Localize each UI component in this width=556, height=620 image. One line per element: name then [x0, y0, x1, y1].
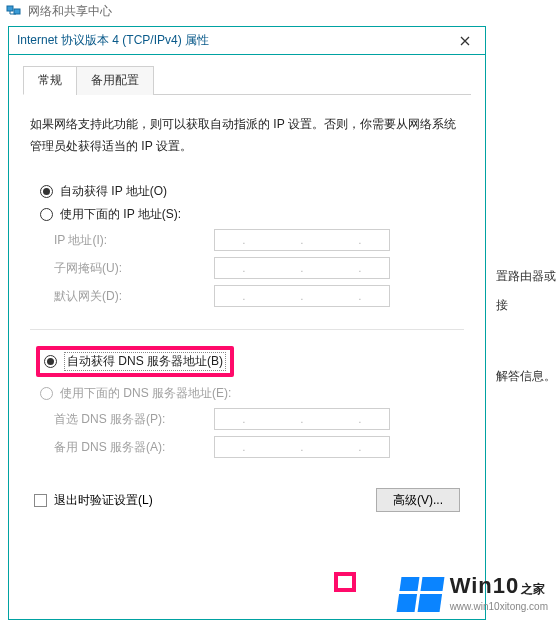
brand-url: www.win10xitong.com	[450, 601, 548, 612]
bottom-row: 退出时验证设置(L) 高级(V)...	[30, 488, 464, 512]
checkbox-icon	[34, 494, 47, 507]
svg-rect-1	[14, 9, 20, 14]
radio-icon	[40, 387, 53, 400]
radio-ip-auto-label: 自动获得 IP 地址(O)	[60, 183, 167, 200]
highlight-auto-dns: 自动获得 DNS 服务器地址(B)	[36, 346, 234, 377]
radio-dns-auto-label: 自动获得 DNS 服务器地址(B)	[64, 352, 226, 371]
pref-dns-row: 首选 DNS 服务器(P): ...	[54, 408, 460, 430]
network-center-icon	[6, 3, 22, 19]
group-divider	[30, 329, 464, 330]
radio-ip-manual[interactable]: 使用下面的 IP 地址(S):	[34, 206, 460, 223]
windows-logo-icon	[396, 577, 444, 612]
tab-alternate[interactable]: 备用配置	[76, 66, 154, 95]
ipv4-properties-dialog: Internet 协议版本 4 (TCP/IPv4) 属性 常规 备用配置 如果…	[8, 26, 486, 620]
gateway-row: 默认网关(D): ...	[54, 285, 460, 307]
radio-dns-manual[interactable]: 使用下面的 DNS 服务器地址(E):	[34, 385, 460, 402]
ip-address-label: IP 地址(I):	[54, 232, 214, 249]
radio-ip-auto[interactable]: 自动获得 IP 地址(O)	[34, 183, 460, 200]
subnet-mask-row: 子网掩码(U): ...	[54, 257, 460, 279]
parent-window-title: 网络和共享中心	[28, 3, 112, 20]
radio-dns-manual-label: 使用下面的 DNS 服务器地址(E):	[60, 385, 231, 402]
description-text: 如果网络支持此功能，则可以获取自动指派的 IP 设置。否则，你需要从网络系统管理…	[30, 114, 464, 157]
tab-strip: 常规 备用配置	[23, 65, 471, 95]
gateway-input[interactable]: ...	[214, 285, 390, 307]
alt-dns-label: 备用 DNS 服务器(A):	[54, 439, 214, 456]
background-text-fragment: 置路由器或接 解答信息。	[496, 262, 556, 390]
validate-on-exit-label: 退出时验证设置(L)	[54, 492, 153, 509]
ip-address-row: IP 地址(I): ...	[54, 229, 460, 251]
radio-icon	[40, 208, 53, 221]
subnet-mask-input[interactable]: ...	[214, 257, 390, 279]
subnet-mask-label: 子网掩码(U):	[54, 260, 214, 277]
pref-dns-label: 首选 DNS 服务器(P):	[54, 411, 214, 428]
ip-address-group: 自动获得 IP 地址(O) 使用下面的 IP 地址(S): IP 地址(I): …	[30, 171, 464, 323]
dns-group: 自动获得 DNS 服务器地址(B) 使用下面的 DNS 服务器地址(E): 首选…	[30, 336, 464, 474]
radio-icon	[44, 355, 57, 368]
gateway-label: 默认网关(D):	[54, 288, 214, 305]
alt-dns-input[interactable]: ...	[214, 436, 390, 458]
close-button[interactable]	[445, 27, 485, 55]
validate-on-exit-checkbox[interactable]: 退出时验证设置(L)	[34, 492, 153, 509]
brand-main: Win10	[450, 573, 520, 598]
svg-rect-0	[7, 6, 13, 11]
ip-address-input[interactable]: ...	[214, 229, 390, 251]
dialog-title: Internet 协议版本 4 (TCP/IPv4) 属性	[17, 32, 445, 49]
parent-window-titlebar: 网络和共享中心	[0, 0, 556, 22]
watermark: Win10之家 www.win10xitong.com	[399, 573, 548, 612]
alt-dns-row: 备用 DNS 服务器(A): ...	[54, 436, 460, 458]
dialog-titlebar: Internet 协议版本 4 (TCP/IPv4) 属性	[9, 27, 485, 55]
brand-sub: 之家	[521, 582, 545, 596]
radio-ip-manual-label: 使用下面的 IP 地址(S):	[60, 206, 181, 223]
tab-general[interactable]: 常规	[23, 66, 77, 95]
radio-icon	[40, 185, 53, 198]
tab-panel-general: 如果网络支持此功能，则可以获取自动指派的 IP 设置。否则，你需要从网络系统管理…	[23, 95, 471, 519]
close-icon	[460, 36, 470, 46]
radio-dns-auto[interactable]: 自动获得 DNS 服务器地址(B)	[44, 352, 226, 371]
annotation-red-square	[334, 572, 356, 592]
pref-dns-input[interactable]: ...	[214, 408, 390, 430]
advanced-button[interactable]: 高级(V)...	[376, 488, 460, 512]
